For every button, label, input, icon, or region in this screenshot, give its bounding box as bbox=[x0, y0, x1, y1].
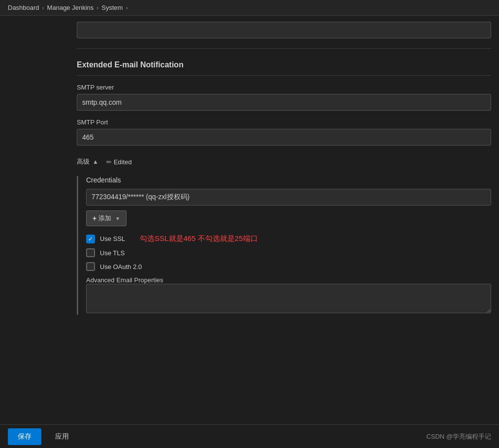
top-input-container bbox=[77, 16, 491, 44]
breadcrumb-sep-1: › bbox=[42, 4, 44, 11]
dropdown-arrow-icon: ▼ bbox=[115, 216, 120, 221]
smtp-port-group: SMTP Port bbox=[77, 119, 491, 146]
breadcrumb-sep-2: › bbox=[96, 4, 98, 11]
footer: 保存 应用 CSDN @学亮编程手记 bbox=[0, 424, 499, 448]
ssl-annotation: 勾选SSL就是465 不勾选就是25端口 bbox=[140, 234, 257, 243]
add-button-label: 添加 bbox=[98, 214, 111, 223]
use-tls-checkbox[interactable] bbox=[86, 248, 95, 257]
plus-icon: + bbox=[93, 214, 96, 222]
smtp-server-label: SMTP server bbox=[77, 84, 491, 91]
smtp-server-group: SMTP server bbox=[77, 84, 491, 111]
use-ssl-checkbox[interactable] bbox=[86, 235, 95, 243]
breadcrumb-dashboard[interactable]: Dashboard bbox=[8, 4, 39, 11]
main-content: Extended E-mail Notification SMTP server… bbox=[69, 16, 499, 315]
advanced-email-group: Advanced Email Properties bbox=[86, 276, 491, 315]
checkbox-group: Use SSL 勾选SSL就是465 不勾选就是25端口 Use TLS Use… bbox=[86, 234, 491, 271]
pencil-icon: ✏ bbox=[106, 158, 112, 166]
use-tls-label: Use TLS bbox=[100, 249, 125, 257]
top-input[interactable] bbox=[77, 22, 491, 38]
edited-label: Edited bbox=[114, 158, 132, 166]
breadcrumb-manage-jenkins[interactable]: Manage Jenkins bbox=[47, 4, 94, 11]
save-button[interactable]: 保存 bbox=[8, 428, 41, 445]
advanced-row: 高级 ▲ ✏ Edited bbox=[77, 153, 491, 170]
add-button[interactable]: + 添加 ▼ bbox=[86, 210, 126, 226]
smtp-port-input[interactable] bbox=[77, 129, 491, 146]
section-title: Extended E-mail Notification bbox=[77, 53, 491, 76]
use-ssl-row: Use SSL 勾选SSL就是465 不勾选就是25端口 bbox=[86, 234, 491, 243]
use-oauth2-label: Use OAuth 2.0 bbox=[100, 263, 142, 270]
advanced-email-label: Advanced Email Properties bbox=[86, 276, 163, 284]
credentials-label: Credentials bbox=[86, 176, 491, 184]
smtp-port-label: SMTP Port bbox=[77, 119, 491, 126]
advanced-email-textarea[interactable] bbox=[86, 284, 491, 313]
apply-button[interactable]: 应用 bbox=[47, 428, 77, 445]
breadcrumb-sep-3: › bbox=[126, 4, 128, 11]
footer-left: 保存 应用 bbox=[8, 428, 77, 445]
credentials-section: Credentials + 添加 ▼ Use SSL 勾选SSL就是465 不勾… bbox=[77, 176, 491, 315]
breadcrumb: Dashboard › Manage Jenkins › System › bbox=[0, 0, 499, 16]
use-oauth2-row: Use OAuth 2.0 bbox=[86, 262, 491, 271]
use-oauth2-checkbox[interactable] bbox=[86, 262, 95, 271]
use-tls-row: Use TLS bbox=[86, 248, 491, 257]
use-ssl-label: Use SSL bbox=[100, 235, 125, 242]
section-divider-top bbox=[77, 48, 491, 49]
advanced-toggle[interactable]: 高级 ▲ bbox=[77, 157, 98, 166]
smtp-server-input[interactable] bbox=[77, 94, 491, 111]
edited-badge: ✏ Edited bbox=[106, 158, 132, 166]
chevron-up-icon: ▲ bbox=[93, 158, 98, 165]
footer-watermark: CSDN @学亮编程手记 bbox=[426, 432, 491, 441]
advanced-label: 高级 bbox=[77, 157, 90, 166]
credentials-input[interactable] bbox=[86, 189, 491, 206]
breadcrumb-system[interactable]: System bbox=[101, 4, 123, 11]
